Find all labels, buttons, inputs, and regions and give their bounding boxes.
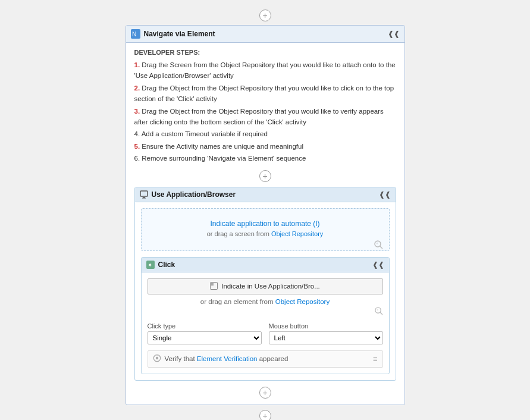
mouse-button-select[interactable]: Left Right Middle [269, 331, 383, 344]
navigate-card-body: DEVELOPER STEPS: 1. Drag the Screen from… [126, 43, 404, 405]
click-repo-link[interactable]: Object Repository [275, 298, 330, 305]
verify-icon [153, 354, 161, 364]
click-type-label: Click type [148, 322, 262, 330]
verify-suffix: appeared [259, 355, 288, 362]
canvas: + N Navigate via Element ❰❰ DEVELOPER ST… [0, 6, 530, 420]
svg-point-16 [155, 356, 158, 359]
svg-text:N: N [132, 31, 136, 37]
svg-rect-11 [211, 283, 214, 286]
svg-line-13 [380, 312, 382, 314]
step-1-text: Drag the Screen from the Object Reposito… [134, 61, 396, 79]
step-5-num: 5. [134, 143, 140, 150]
bottom-plus-button[interactable]: + [259, 410, 271, 420]
step-1-num: 1. [134, 61, 140, 68]
step-1: 1. Drag the Screen from the Object Repos… [134, 59, 396, 82]
step-6-text: 6. Remove surrounding 'Navigate via Elem… [134, 155, 306, 162]
use-app-collapse-button[interactable]: ❰❰ [379, 190, 391, 199]
steps-list: 1. Drag the Screen from the Object Repos… [134, 59, 396, 164]
drag-element-row: or drag an element from Object Repositor… [148, 298, 383, 316]
middle-plus-button[interactable]: + [259, 170, 271, 182]
indicate-app-link[interactable]: Indicate application to automate (I) [210, 220, 319, 228]
indicate-btn-label: Indicate in Use Application/Bro... [221, 283, 320, 290]
click-body: Indicate in Use Application/Bro... or dr… [142, 272, 389, 374]
top-plus-button[interactable]: + [259, 10, 271, 21]
step-6: 6. Remove surrounding 'Navigate via Elem… [134, 153, 396, 164]
step-5: 5. Ensure the Activity names are unique … [134, 141, 396, 152]
inner-bottom-plus-button[interactable]: + [259, 387, 271, 399]
click-fields-row: Click type Single Double Triple Mouse bu… [148, 322, 383, 344]
step-2: 2. Drag the Object from the Object Repos… [134, 83, 396, 105]
step-5-text: Ensure the Activity names are unique and… [142, 143, 303, 150]
navigate-card-title: Navigate via Element [144, 30, 384, 38]
svg-text:✦: ✦ [148, 262, 152, 268]
drop-search-icon [374, 240, 383, 251]
svg-rect-3 [143, 197, 145, 198]
svg-line-6 [380, 246, 382, 249]
step-2-text: Drag the Object from the Object Reposito… [134, 84, 394, 102]
navigate-icon: N [131, 29, 140, 39]
navigate-sequence-card: N Navigate via Element ❰❰ DEVELOPER STEP… [126, 25, 405, 405]
step-4-text: 4. Add a custom Timeout variable if requ… [134, 130, 268, 137]
mouse-button-label: Mouse button [269, 322, 383, 330]
verify-menu-button[interactable]: ≡ [373, 355, 378, 363]
drag-element-label: or drag an element from [200, 298, 274, 305]
use-app-card: Use Application/Browser ❰❰ Indicate appl… [134, 187, 396, 381]
or-drag-screen-text: or drag a screen from Object Repository [148, 230, 383, 237]
click-collapse-button[interactable]: ❰❰ [372, 261, 384, 269]
click-type-group: Click type Single Double Triple [148, 322, 262, 344]
navigate-collapse-button[interactable]: ❰❰ [388, 30, 400, 38]
click-card: ✦ Click ❰❰ [141, 257, 390, 374]
step-2-num: 2. [134, 84, 140, 92]
svg-point-14 [377, 309, 378, 311]
click-drop-icon [374, 306, 383, 315]
click-header: ✦ Click ❰❰ [142, 258, 389, 272]
indicate-btn-icon [210, 282, 218, 291]
step-3-num: 3. [134, 108, 140, 115]
mouse-button-group: Mouse button Left Right Middle [269, 322, 383, 344]
app-browser-drop-area[interactable]: Indicate application to automate (I) or … [141, 208, 390, 251]
verify-element-link[interactable]: Element Verification [197, 355, 258, 362]
svg-rect-4 [142, 198, 146, 198]
dev-steps-label: DEVELOPER STEPS: [134, 49, 396, 56]
svg-rect-2 [140, 191, 148, 196]
verify-row: Verify that Element Verification appeare… [148, 350, 383, 368]
or-drag-label: or drag a screen from [207, 230, 269, 237]
use-app-title: Use Application/Browser [152, 190, 375, 199]
indicate-click-button[interactable]: Indicate in Use Application/Bro... [148, 278, 383, 294]
svg-point-7 [376, 242, 378, 244]
step-4: 4. Add a custom Timeout variable if requ… [134, 128, 396, 139]
step-3: 3. Drag the Object from the Object Repos… [134, 106, 396, 128]
verify-text: Verify that Element Verification appeare… [165, 355, 369, 362]
use-app-header: Use Application/Browser ❰❰ [135, 187, 396, 202]
click-title: Click [158, 261, 369, 269]
click-icon: ✦ [146, 261, 155, 269]
click-type-select[interactable]: Single Double Triple [148, 331, 262, 344]
navigate-card-header: N Navigate via Element ❰❰ [126, 26, 404, 43]
screen-repo-link[interactable]: Object Repository [271, 230, 323, 237]
step-3-text: Drag the Object from the Object Reposito… [134, 108, 384, 126]
monitor-icon [140, 190, 148, 199]
verify-prefix: Verify that [165, 355, 195, 362]
